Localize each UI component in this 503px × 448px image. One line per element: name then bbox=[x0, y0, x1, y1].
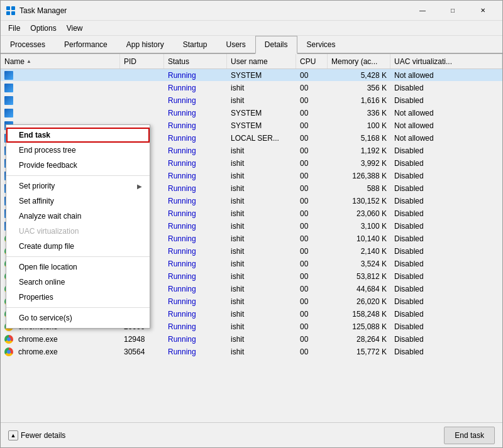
menu-bar: File Options View bbox=[1, 21, 502, 36]
ctx-create-dump-file[interactable]: Create dump file bbox=[6, 239, 150, 254]
ctx-open-file-location[interactable]: Open file location bbox=[6, 260, 150, 275]
table-row[interactable]: Running SYSTEM 00 5,428 K Not allowed bbox=[1, 69, 502, 82]
table-row[interactable]: Running ishit 00 356 K Disabled bbox=[1, 82, 502, 94]
tab-users[interactable]: Users bbox=[216, 36, 255, 54]
menu-view[interactable]: View bbox=[62, 23, 88, 34]
ctx-separator-3 bbox=[6, 307, 150, 308]
menu-file[interactable]: File bbox=[3, 23, 25, 34]
col-header-name[interactable]: Name ▲ bbox=[1, 54, 120, 68]
svg-rect-1 bbox=[11, 6, 15, 10]
tab-bar: Processes Performance App history Startu… bbox=[1, 36, 502, 54]
ctx-set-priority[interactable]: Set priority ▶ bbox=[6, 178, 150, 194]
menu-options[interactable]: Options bbox=[25, 23, 61, 34]
ctx-go-to-services[interactable]: Go to service(s) bbox=[6, 310, 150, 325]
ctx-set-affinity[interactable]: Set affinity bbox=[6, 194, 150, 209]
col-header-uac[interactable]: UAC virtualizati... bbox=[390, 54, 502, 68]
ctx-separator-1 bbox=[6, 175, 150, 176]
svg-rect-0 bbox=[6, 6, 10, 10]
process-icon bbox=[4, 96, 13, 105]
ctx-uac-virtualization: UAC virtualization bbox=[6, 224, 150, 239]
table-header: Name ▲ PID Status User name CPU Memory (… bbox=[1, 54, 502, 69]
context-menu: End task End process tree Provide feedba… bbox=[6, 124, 150, 329]
ctx-end-process-tree[interactable]: End process tree bbox=[6, 143, 150, 158]
close-button[interactable]: ✕ bbox=[468, 1, 497, 20]
col-header-cpu[interactable]: CPU bbox=[296, 54, 328, 68]
process-icon bbox=[4, 84, 13, 92]
ctx-search-online[interactable]: Search online bbox=[6, 275, 150, 290]
tab-details[interactable]: Details bbox=[255, 36, 297, 54]
footer: ▲ Fewer details End task bbox=[1, 422, 502, 447]
table-row[interactable]: chrome.exe 12948 Running ishit 00 28,264… bbox=[1, 333, 502, 346]
ctx-properties[interactable]: Properties bbox=[6, 290, 150, 305]
table-row[interactable]: Running ishit 00 1,616 K Disabled bbox=[1, 94, 502, 107]
fewer-details-button[interactable]: ▲ Fewer details bbox=[8, 430, 65, 440]
ctx-end-task[interactable]: End task bbox=[6, 128, 150, 143]
ctx-analyze-wait-chain[interactable]: Analyze wait chain bbox=[6, 209, 150, 224]
table-row[interactable]: Running SYSTEM 00 336 K Not allowed bbox=[1, 107, 502, 119]
task-manager-window: Task Manager — □ ✕ File Options View Pro… bbox=[0, 0, 503, 448]
app-icon bbox=[6, 6, 16, 16]
col-header-pid[interactable]: PID bbox=[120, 54, 164, 68]
col-header-mem[interactable]: Memory (ac... bbox=[328, 54, 390, 68]
maximize-button[interactable]: □ bbox=[438, 1, 467, 20]
svg-rect-3 bbox=[11, 11, 15, 15]
window-controls: — □ ✕ bbox=[408, 1, 497, 20]
ctx-provide-feedback[interactable]: Provide feedback bbox=[6, 158, 150, 173]
col-header-user[interactable]: User name bbox=[227, 54, 296, 68]
col-header-status[interactable]: Status bbox=[164, 54, 227, 68]
window-title: Task Manager bbox=[19, 6, 408, 15]
chrome-icon bbox=[4, 335, 13, 344]
table-row[interactable]: chrome.exe 30564 Running ishit 00 15,772… bbox=[1, 346, 502, 358]
tab-app-history[interactable]: App history bbox=[117, 36, 174, 54]
tab-performance[interactable]: Performance bbox=[55, 36, 117, 54]
chevron-up-icon: ▲ bbox=[8, 430, 18, 440]
end-task-button[interactable]: End task bbox=[444, 427, 495, 444]
tab-services[interactable]: Services bbox=[297, 36, 345, 54]
process-icon bbox=[4, 109, 13, 117]
ctx-separator-2 bbox=[6, 256, 150, 257]
minimize-button[interactable]: — bbox=[408, 1, 437, 20]
chrome-icon bbox=[4, 347, 13, 356]
tab-startup[interactable]: Startup bbox=[174, 36, 217, 54]
main-content: Name ▲ PID Status User name CPU Memory (… bbox=[1, 54, 502, 422]
svg-rect-2 bbox=[6, 11, 10, 15]
fewer-details-label: Fewer details bbox=[21, 431, 65, 440]
tab-processes[interactable]: Processes bbox=[1, 36, 55, 54]
title-bar: Task Manager — □ ✕ bbox=[1, 1, 502, 21]
process-icon bbox=[4, 71, 13, 80]
